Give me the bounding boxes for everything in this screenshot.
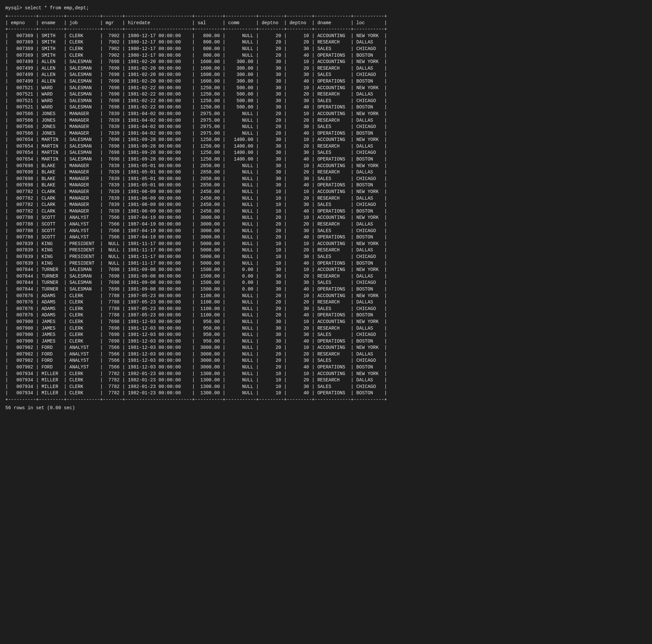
row-count: 56 rows in set (0.00 sec) — [5, 405, 647, 410]
terminal: mysql> select * from emp,dept; +--------… — [5, 5, 647, 410]
sql-command: mysql> select * from emp,dept; — [5, 5, 647, 10]
table-output: +----------+---------+------------+-----… — [5, 13, 647, 403]
